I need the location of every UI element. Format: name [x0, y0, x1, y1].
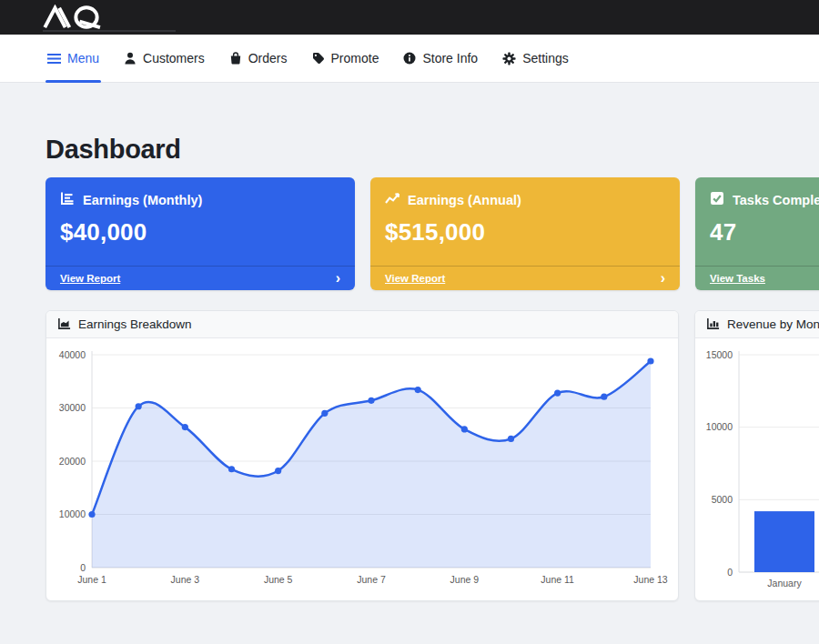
chart-title: Earnings Breakdown	[78, 317, 192, 331]
svg-text:15000: 15000	[706, 349, 733, 360]
card-title: Earnings (Annual)	[408, 193, 521, 207]
nav-item-customers[interactable]: Customers	[124, 35, 205, 82]
nav-item-orders[interactable]: Orders	[229, 35, 288, 82]
nav-item-label: Settings	[522, 51, 569, 65]
nav-item-label: Store Info	[422, 51, 478, 65]
view-tasks-button[interactable]: View Tasks ›	[695, 266, 819, 290]
chart-title: Revenue by Month	[727, 317, 819, 331]
card-earnings-annual: Earnings (Annual) $515,000 View Report ›	[370, 177, 680, 290]
chevron-right-icon: ›	[661, 271, 665, 286]
chevron-right-icon: ›	[336, 271, 340, 286]
chart-card-header: Revenue by Month	[695, 311, 819, 338]
earnings-breakdown-line-chart: 010000200003000040000June 1June 3June 5J…	[46, 338, 678, 601]
card-earnings-monthly: Earnings (Monthly) $40,000 View Report ›	[46, 177, 355, 290]
svg-text:10000: 10000	[59, 508, 86, 519]
hamburger-icon	[47, 53, 61, 65]
shopping-bag-icon	[229, 52, 242, 65]
main-navbar: Menu Customers Orders Promote Store Info…	[0, 35, 819, 83]
svg-text:June 1: June 1	[77, 574, 106, 585]
card-value: 47	[710, 218, 819, 247]
card-tasks-completed: Tasks Completed 47 View Tasks ›	[695, 177, 819, 290]
line-chart-icon	[385, 191, 399, 208]
info-circle-icon	[403, 52, 416, 65]
active-tab-underline	[46, 80, 101, 83]
bar-chart-icon	[60, 191, 75, 208]
nav-item-label: Customers	[143, 51, 205, 65]
svg-text:40000: 40000	[59, 349, 86, 360]
svg-text:June 11: June 11	[541, 574, 574, 585]
revenue-by-month-bar-chart: 050001000015000January	[695, 338, 819, 601]
svg-text:10000: 10000	[706, 421, 733, 432]
summary-cards-row: Earnings (Monthly) $40,000 View Report ›…	[46, 177, 819, 290]
nav-item-label: Menu	[67, 51, 99, 65]
area-chart-icon	[57, 317, 71, 333]
logo-underline	[43, 30, 176, 32]
brand-logo-icon	[36, 5, 111, 30]
nav-item-settings[interactable]: Settings	[502, 35, 569, 82]
view-tasks-link[interactable]: View Tasks	[710, 273, 765, 284]
svg-text:January: January	[767, 578, 802, 589]
chart-card-header: Earnings Breakdown	[46, 311, 678, 338]
check-square-icon	[710, 191, 724, 208]
svg-text:June 9: June 9	[450, 574, 480, 585]
view-report-button[interactable]: View Report ›	[46, 266, 355, 290]
view-report-link[interactable]: View Report	[385, 273, 445, 284]
card-title: Tasks Completed	[733, 193, 819, 207]
card-value: $40,000	[60, 218, 340, 247]
svg-text:5000: 5000	[712, 494, 733, 505]
svg-text:0: 0	[80, 562, 86, 573]
nav-item-menu[interactable]: Menu	[47, 35, 99, 82]
charts-row: Earnings Breakdown 010000200003000040000…	[46, 310, 819, 601]
earnings-breakdown-card: Earnings Breakdown 010000200003000040000…	[46, 310, 679, 601]
page-title: Dashboard	[46, 135, 819, 165]
svg-text:June 13: June 13	[633, 574, 668, 585]
svg-text:June 7: June 7	[357, 574, 386, 585]
gear-icon	[502, 52, 516, 65]
main-content: Dashboard Earnings (Monthly) $40,000 Vie…	[0, 135, 819, 601]
svg-text:June 5: June 5	[264, 574, 293, 585]
bar-chart-icon	[706, 317, 720, 333]
svg-text:20000: 20000	[59, 456, 86, 467]
view-report-button[interactable]: View Report ›	[370, 266, 680, 290]
view-report-link[interactable]: View Report	[60, 273, 120, 284]
svg-text:30000: 30000	[59, 402, 86, 413]
card-title: Earnings (Monthly)	[83, 193, 202, 207]
nav-item-label: Orders	[248, 51, 288, 65]
person-icon	[124, 52, 136, 65]
topbar	[0, 0, 819, 35]
nav-item-label: Promote	[331, 51, 379, 65]
nav-item-promote[interactable]: Promote	[312, 35, 379, 82]
nav-item-store-info[interactable]: Store Info	[403, 35, 478, 82]
revenue-by-month-card: Revenue by Month 050001000015000January	[694, 310, 819, 601]
tag-icon	[312, 52, 325, 65]
card-value: $515,000	[385, 218, 665, 247]
svg-text:June 3: June 3	[171, 574, 200, 585]
svg-text:0: 0	[727, 567, 733, 578]
